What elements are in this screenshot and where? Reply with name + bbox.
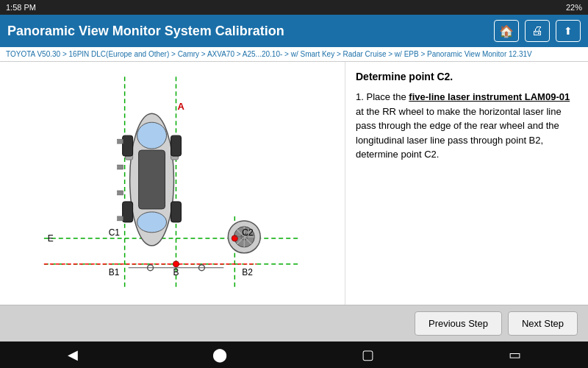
svg-text:B2: B2 — [242, 267, 253, 277]
svg-point-8 — [137, 122, 167, 149]
status-bar: 1:58 PM 22% — [0, 0, 588, 15]
previous-step-button[interactable]: Previous Step — [415, 311, 502, 336]
svg-text:C1: C1 — [109, 227, 121, 238]
back-nav-icon[interactable]: ◀ — [68, 347, 78, 363]
svg-point-25 — [173, 261, 179, 267]
print-button[interactable]: 🖨 — [525, 20, 550, 42]
svg-rect-38 — [118, 165, 123, 169]
svg-text:E: E — [48, 233, 54, 244]
header: Panoramic View Monitor System Calibratio… — [0, 15, 588, 47]
svg-rect-16 — [171, 202, 182, 222]
diagram-area: A E C1 C2 B1 B B2 — [0, 62, 345, 305]
svg-point-9 — [137, 212, 167, 233]
breadcrumb: TOYOTA V50.30 > 16PIN DLC(Europe and Oth… — [0, 47, 588, 62]
instrument-link: five-line laser instrument LAM09-01 — [409, 91, 570, 102]
svg-rect-39 — [118, 191, 123, 195]
main-content: A E C1 C2 B1 B B2 Determine point C2. 1.… — [0, 62, 588, 305]
svg-rect-40 — [118, 216, 123, 221]
svg-rect-14 — [171, 135, 182, 156]
export-icon: ⬆ — [564, 25, 573, 37]
svg-rect-13 — [123, 135, 133, 156]
square-nav-icon[interactable]: ▢ — [362, 347, 374, 363]
instructions-text: 1. Place the five-line laser instrument … — [356, 90, 578, 162]
svg-point-24 — [232, 236, 237, 241]
svg-text:B1: B1 — [109, 267, 120, 277]
home-nav-icon[interactable]: ⬤ — [212, 347, 227, 363]
next-step-button[interactable]: Next Step — [508, 311, 578, 336]
battery: 22% — [566, 3, 582, 12]
svg-text:B: B — [173, 267, 179, 277]
screen-nav-icon[interactable]: ▭ — [509, 347, 521, 363]
button-area: Previous Step Next Step — [0, 305, 588, 342]
bottom-nav: ◀ ⬤ ▢ ▭ — [0, 342, 588, 368]
header-title: Panoramic View Monitor System Calibratio… — [7, 24, 284, 39]
svg-rect-10 — [139, 150, 165, 209]
print-icon: 🖨 — [531, 24, 543, 38]
instructions-area: Determine point C2. 1. Place the five-li… — [345, 62, 588, 305]
svg-rect-15 — [123, 202, 133, 222]
instructions-title: Determine point C2. — [356, 71, 578, 82]
header-icons: 🏠 🖨 ⬆ — [494, 20, 581, 42]
time: 1:58 PM — [6, 3, 36, 12]
export-button[interactable]: ⬆ — [556, 20, 581, 42]
svg-rect-37 — [118, 139, 123, 144]
svg-text:A: A — [177, 101, 184, 112]
home-icon: 🏠 — [499, 24, 514, 38]
home-button[interactable]: 🏠 — [494, 20, 519, 42]
svg-text:C2: C2 — [242, 227, 254, 238]
